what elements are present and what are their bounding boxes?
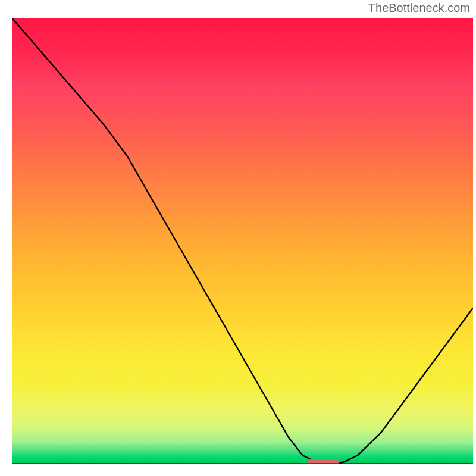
bottleneck-curve — [12, 18, 473, 464]
plot-area — [12, 18, 473, 464]
watermark-text: TheBottleneck.com — [368, 1, 470, 15]
chart-svg — [12, 18, 473, 464]
